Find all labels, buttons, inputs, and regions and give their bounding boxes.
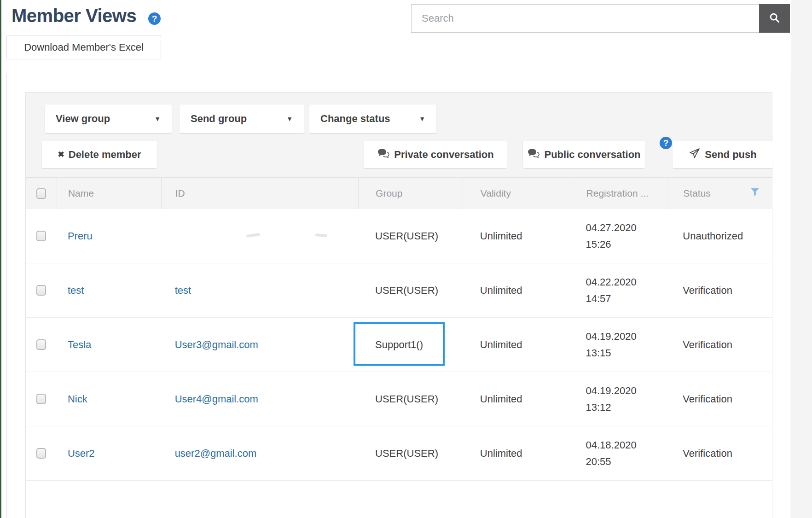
member-status-cell: Verification	[668, 426, 772, 480]
registration-time: 13:15	[586, 345, 637, 361]
member-id-link[interactable]: User4@gmail.com	[161, 372, 358, 426]
view-group-label: View group	[56, 113, 110, 125]
column-header-validity: Validity	[463, 178, 570, 209]
table-row: Preru USER(USER) Unlimited 04.27.202015:…	[26, 209, 772, 263]
member-name-link[interactable]: Nick	[57, 372, 161, 426]
member-status-cell: Unauthorized	[668, 209, 772, 263]
table-row: Nick User4@gmail.com USER(USER) Unlimite…	[26, 372, 772, 426]
registration-time: 15:26	[586, 236, 637, 253]
public-conversation-button[interactable]: Public conversation	[523, 141, 645, 168]
view-group-dropdown[interactable]: View group ▼	[45, 105, 172, 133]
question-mark-glyph: ?	[152, 14, 157, 24]
member-registration-cell: 04.18.202020:55	[570, 426, 668, 480]
member-id-link[interactable]: user2@gmail.com	[161, 426, 358, 480]
bulk-actions-toolbar: View group ▼ Send group ▼ Change status …	[26, 93, 772, 177]
private-conversation-label: Private conversation	[394, 149, 493, 161]
registration-time: 14:57	[586, 291, 637, 307]
search-button[interactable]	[759, 4, 790, 33]
select-all-cell	[26, 178, 57, 209]
member-name-link[interactable]: Preru	[57, 209, 161, 263]
redacted-mark	[315, 233, 327, 237]
column-header-registration: Registration ...	[570, 178, 668, 209]
member-status-cell: Verification	[668, 372, 772, 426]
send-group-dropdown[interactable]: Send group ▼	[180, 105, 304, 133]
help-icon[interactable]: ?	[660, 137, 672, 149]
member-group-cell: USER(USER)	[358, 263, 463, 317]
member-name-link[interactable]: User2	[57, 426, 161, 480]
registration-time: 13:12	[586, 399, 637, 416]
member-id-link[interactable]: test	[161, 263, 358, 317]
row-checkbox[interactable]	[36, 231, 46, 241]
row-checkbox[interactable]	[36, 285, 46, 296]
help-icon[interactable]: ?	[148, 12, 161, 25]
member-id-link[interactable]: User3@gmail.com	[161, 318, 358, 372]
chevron-down-icon: ▼	[154, 115, 161, 122]
row-checkbox[interactable]	[36, 339, 46, 350]
table-header: Name ID Group Validity Registration ... …	[26, 177, 772, 209]
speech-bubbles-icon	[377, 148, 390, 162]
row-checkbox[interactable]	[36, 448, 46, 459]
download-members-excel-button[interactable]: Download Member's Excel	[6, 35, 161, 59]
status-header-label: Status	[683, 188, 711, 199]
member-validity-cell: Unlimited	[463, 263, 570, 317]
public-conversation-label: Public conversation	[544, 149, 640, 161]
send-push-label: Send push	[705, 149, 756, 161]
member-validity-cell: Unlimited	[463, 372, 570, 426]
send-push-button[interactable]: Send push	[673, 141, 773, 168]
member-registration-cell: 04.22.202014:57	[570, 263, 668, 317]
registration-date: 04.18.2020	[586, 437, 637, 454]
column-header-id: ID	[161, 178, 358, 209]
member-validity-cell: Unlimited	[463, 209, 570, 263]
content-panel: View group ▼ Send group ▼ Change status …	[6, 73, 790, 518]
member-id-cell	[161, 209, 358, 263]
search-input[interactable]	[411, 4, 759, 33]
member-validity-cell: Unlimited	[463, 318, 570, 372]
member-name-link[interactable]: test	[57, 263, 161, 317]
registration-date: 04.19.2020	[586, 328, 637, 345]
chevron-down-icon: ▼	[286, 115, 293, 122]
chevron-down-icon: ▼	[419, 115, 425, 122]
table-row: Tesla User3@gmail.com Support1() Unlimit…	[26, 318, 772, 372]
redacted-mark	[246, 233, 260, 238]
table-row: User2 user2@gmail.com USER(USER) Unlimit…	[26, 426, 772, 481]
member-name-link[interactable]: Tesla	[57, 318, 161, 372]
change-status-dropdown[interactable]: Change status ▼	[309, 105, 436, 133]
change-status-label: Change status	[320, 113, 390, 125]
column-header-name: Name	[57, 178, 161, 209]
row-checkbox[interactable]	[36, 394, 46, 404]
download-button-label: Download Member's Excel	[24, 41, 144, 53]
member-status-cell: Verification	[668, 263, 772, 317]
page-right-gutter	[791, 0, 812, 518]
speech-bubbles-icon	[527, 148, 540, 162]
table-body: Preru USER(USER) Unlimited 04.27.202015:…	[26, 209, 772, 481]
registration-date: 04.19.2020	[586, 383, 637, 399]
screenshot-left-border	[0, 0, 1, 518]
page-title: Member Views	[12, 6, 136, 26]
private-conversation-button[interactable]: Private conversation	[364, 141, 507, 168]
send-group-label: Send group	[191, 113, 247, 125]
question-mark-glyph: ?	[663, 138, 669, 148]
delete-member-button[interactable]: ✖ Delete member	[42, 141, 157, 168]
search-icon	[768, 12, 781, 26]
member-validity-cell: Unlimited	[463, 426, 570, 480]
member-group-cell: USER(USER)	[358, 209, 463, 263]
member-registration-cell: 04.19.202013:15	[570, 318, 668, 372]
x-icon: ✖	[58, 150, 64, 159]
member-group-text: Support1()	[375, 339, 423, 351]
registration-date: 04.27.2020	[586, 220, 637, 236]
member-group-cell: USER(USER)	[358, 372, 463, 426]
search-bar	[411, 4, 790, 33]
member-status-cell: Verification	[668, 318, 772, 372]
registration-time: 20:55	[586, 454, 637, 470]
select-all-checkbox[interactable]	[36, 188, 46, 199]
members-table-container: View group ▼ Send group ▼ Change status …	[25, 92, 772, 518]
member-group-cell: USER(USER)	[358, 426, 463, 480]
filter-icon[interactable]	[749, 186, 761, 201]
member-group-cell: Support1()	[358, 318, 463, 372]
member-registration-cell: 04.19.202013:12	[570, 372, 668, 426]
delete-member-label: Delete member	[69, 149, 141, 161]
column-header-status: Status	[668, 178, 772, 209]
table-row: test test USER(USER) Unlimited 04.22.202…	[26, 263, 772, 318]
paper-plane-icon	[689, 147, 701, 162]
registration-date: 04.22.2020	[586, 274, 637, 291]
